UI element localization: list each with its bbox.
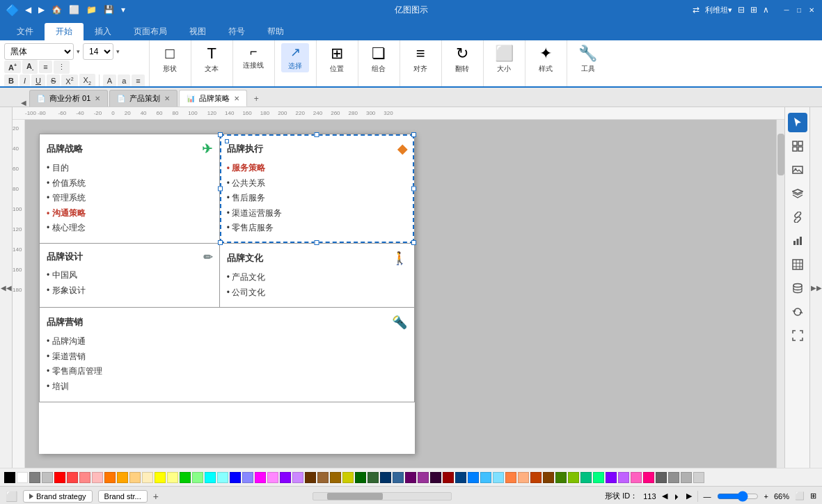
increase-font-btn[interactable]: A+: [4, 61, 21, 74]
bottom-tab-brand-strategy[interactable]: Brand strategy: [23, 490, 93, 503]
tab-close-3[interactable]: ✕: [234, 95, 239, 102]
color-swatch[interactable]: [192, 472, 203, 483]
color-swatch[interactable]: [67, 472, 78, 483]
color-swatch[interactable]: [104, 472, 116, 483]
tabs-left-scroll[interactable]: ◀: [21, 99, 26, 107]
nav-tab-symbol[interactable]: 符号: [217, 23, 256, 40]
font-name-select[interactable]: 黑体: [4, 43, 74, 60]
connector-tool[interactable]: ⌐ 连接线: [239, 43, 267, 72]
color-swatch[interactable]: [518, 472, 529, 483]
subscript-btn[interactable]: X2: [79, 74, 95, 88]
size-tool[interactable]: ⬜ 大小: [490, 43, 518, 75]
page-next-btn[interactable]: ▶: [686, 491, 692, 501]
rp-image-btn[interactable]: [788, 160, 807, 180]
cell-brand-marketing[interactable]: 品牌营销 🔦 • 品牌沟通 • 渠道营销 • 零售商店管理 • 培训: [40, 308, 415, 402]
color-swatch[interactable]: [430, 472, 441, 483]
zoom-in-btn[interactable]: +: [764, 492, 768, 501]
font-size-dropdown-icon[interactable]: ▾: [116, 48, 120, 55]
rp-chart-btn[interactable]: [788, 231, 807, 251]
color-swatch[interactable]: [618, 472, 629, 483]
color-swatch[interactable]: [580, 472, 592, 483]
minimize-button[interactable]: ─: [782, 5, 791, 15]
h-scroll-thumb[interactable]: [327, 493, 383, 500]
new-page-icon[interactable]: ⬜: [6, 491, 17, 502]
color-swatch[interactable]: [317, 472, 329, 483]
page-play-btn[interactable]: ⏵: [673, 492, 681, 501]
v-scroll-thumb[interactable]: [777, 134, 784, 175]
color-swatch[interactable]: [543, 472, 554, 483]
decrease-font-btn[interactable]: A-: [22, 60, 38, 74]
color-swatch[interactable]: [92, 472, 103, 483]
position-tool[interactable]: ⊞ 位置: [323, 43, 351, 75]
underline-btn[interactable]: U: [31, 74, 45, 87]
color-swatch[interactable]: [330, 472, 341, 483]
tab-close-2[interactable]: ✕: [164, 95, 170, 102]
fit-page-btn[interactable]: ⊞: [810, 491, 816, 501]
bottom-tab-brand-str[interactable]: Brand str...: [98, 490, 148, 503]
color-swatch[interactable]: [42, 472, 53, 483]
rp-sync-btn[interactable]: [788, 302, 807, 322]
nav-tab-insert[interactable]: 插入: [84, 23, 122, 40]
quick-access-save[interactable]: 💾: [102, 3, 116, 16]
add-tab-button[interactable]: +: [248, 91, 264, 107]
quick-access-more[interactable]: ▾: [120, 3, 127, 16]
color-swatch[interactable]: [355, 472, 366, 483]
color-swatch[interactable]: [681, 472, 692, 483]
color-swatch[interactable]: [17, 472, 28, 483]
color-swatch[interactable]: [29, 472, 40, 483]
cell-brand-culture[interactable]: 品牌文化 🚶 • 产品文化 • 公司文化: [219, 243, 414, 307]
quick-access-forward[interactable]: ▶: [37, 3, 46, 16]
cell-brand-execution[interactable]: 品牌执行 ◆ • 服务策略 • 公共关系 • 售后服务 • 渠道运营服务 • 零…: [219, 134, 414, 244]
ribbon-toggle[interactable]: ⊟: [736, 3, 746, 16]
canvas-area[interactable]: -100 -80 -60 -40 -20 0 20 40 60 80 100 1…: [13, 107, 784, 468]
left-panel-collapse[interactable]: ◀◀: [0, 107, 13, 468]
color-swatch[interactable]: [79, 472, 90, 483]
nav-tab-start[interactable]: 开始: [45, 23, 84, 40]
canvas-content[interactable]: 品牌战略 ✈ • 目的 • 价值系统 • 管理系统 • 沟通策略 • 核心理念: [25, 120, 784, 468]
color-swatch[interactable]: [242, 472, 253, 483]
rp-table-btn[interactable]: [788, 255, 807, 274]
align-btn[interactable]: ≡: [39, 61, 52, 73]
color-swatch[interactable]: [167, 472, 178, 483]
style-tool[interactable]: ✦ 样式: [532, 43, 560, 75]
color-swatch[interactable]: [267, 472, 278, 483]
tab-product-plan[interactable]: 📄 产品策划 ✕: [109, 90, 177, 107]
color-swatch[interactable]: [468, 472, 479, 483]
color-swatch[interactable]: [505, 472, 516, 483]
color-swatch[interactable]: [393, 472, 404, 483]
highlight-btn[interactable]: a: [118, 74, 130, 87]
color-swatch[interactable]: [555, 472, 567, 483]
add-page-button[interactable]: +: [153, 491, 159, 502]
rp-layers-btn[interactable]: [788, 184, 807, 203]
color-swatch[interactable]: [117, 472, 128, 483]
text-tool[interactable]: T 文本: [198, 43, 226, 75]
font-dropdown-icon[interactable]: ▾: [77, 48, 80, 55]
list-btn[interactable]: ⋮: [54, 61, 70, 74]
group-tool[interactable]: ❏ 组合: [365, 43, 393, 75]
color-swatch[interactable]: [631, 472, 642, 483]
color-swatch[interactable]: [4, 472, 15, 483]
nav-tab-page[interactable]: 页面布局: [122, 23, 178, 40]
color-swatch[interactable]: [367, 472, 379, 483]
color-swatch[interactable]: [593, 472, 604, 483]
color-swatch[interactable]: [606, 472, 617, 483]
color-swatch[interactable]: [129, 472, 141, 483]
quick-access-open[interactable]: 📁: [85, 3, 98, 16]
superscript-btn[interactable]: X2: [61, 74, 77, 88]
align-tool[interactable]: ≡ 对齐: [406, 43, 434, 75]
tab-close-1[interactable]: ✕: [95, 95, 100, 102]
nav-tab-view[interactable]: 视图: [178, 23, 217, 40]
close-button[interactable]: ✕: [807, 5, 816, 15]
zoom-out-btn[interactable]: —: [704, 492, 711, 501]
color-swatch[interactable]: [455, 472, 466, 483]
select-tool[interactable]: ↗ 选择: [281, 43, 309, 72]
page-prev-btn[interactable]: ◀: [662, 491, 667, 501]
rp-cursor-btn[interactable]: [788, 113, 807, 132]
font-size-select[interactable]: 14: [83, 43, 113, 60]
collapse-icon[interactable]: ∧: [761, 3, 770, 16]
rp-grid-btn[interactable]: [788, 136, 807, 156]
tab-business-analysis[interactable]: 📄 商业分析 01 ✕: [29, 90, 108, 107]
rotate-tool[interactable]: ↻ 翻转: [448, 43, 476, 75]
cell-brand-strategy[interactable]: 品牌战略 ✈ • 目的 • 价值系统 • 管理系统 • 沟通策略 • 核心理念: [40, 134, 220, 244]
color-swatch[interactable]: [205, 472, 216, 483]
